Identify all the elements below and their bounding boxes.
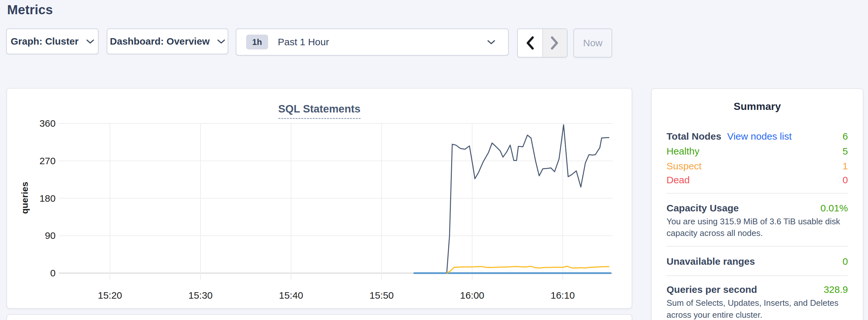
button-divider	[542, 29, 543, 57]
chevron-down-icon	[86, 39, 94, 44]
time-range-label: Past 1 Hour	[278, 36, 487, 47]
svg-text:270: 270	[39, 156, 56, 166]
divider	[666, 276, 848, 276]
capacity-usage-row: Capacity Usage 0.01%	[666, 203, 848, 214]
view-nodes-list-link[interactable]: View nodes list	[727, 131, 792, 142]
unavailable-ranges-value: 0	[842, 256, 848, 267]
suspect-label: Suspect	[666, 161, 702, 172]
suspect-value: 1	[842, 161, 848, 172]
sql-statements-chart-card: SQL Statements 09018027036015:2015:3015:…	[6, 88, 632, 309]
summary-title: Summary	[652, 100, 863, 113]
prev-time-button[interactable]	[518, 29, 542, 57]
next-time-button[interactable]	[542, 29, 567, 57]
unavailable-ranges-label: Unavailable ranges	[666, 256, 755, 267]
graph-dropdown-label: Graph: Cluster	[11, 36, 79, 47]
total-nodes-value: 6	[842, 131, 848, 142]
svg-text:15:40: 15:40	[279, 290, 303, 300]
capacity-usage-label: Capacity Usage	[666, 203, 739, 214]
dashboard-dropdown-label: Dashboard: Overview	[110, 36, 210, 47]
svg-text:360: 360	[39, 118, 56, 129]
queries-per-second-value: 328.9	[824, 284, 848, 295]
summary-panel: Summary Total Nodes View nodes list 6 He…	[651, 88, 864, 320]
healthy-value: 5	[842, 146, 848, 157]
capacity-usage-value: 0.01%	[820, 203, 848, 214]
dead-value: 0	[842, 174, 848, 186]
now-button[interactable]: Now	[574, 28, 612, 58]
svg-text:queries: queries	[20, 182, 30, 214]
queries-per-second-label: Queries per second	[666, 284, 757, 295]
next-chart-card	[6, 314, 632, 320]
dead-label: Dead	[666, 174, 690, 186]
chevron-down-icon	[487, 40, 495, 44]
graph-dropdown[interactable]: Graph: Cluster	[6, 28, 99, 54]
divider	[666, 193, 848, 194]
healthy-label: Healthy	[666, 146, 700, 157]
capacity-usage-description: You are using 315.9 MiB of 3.6 TiB usabl…	[666, 216, 850, 239]
sql-statements-chart: 09018027036015:2015:3015:4015:5016:0016:…	[7, 89, 633, 309]
time-nav-group	[517, 28, 567, 58]
unavailable-ranges-row: Unavailable ranges 0	[666, 256, 848, 267]
chevron-down-icon	[217, 39, 225, 44]
time-range-selector[interactable]: 1h Past 1 Hour	[236, 28, 509, 56]
svg-text:15:20: 15:20	[98, 290, 122, 300]
queries-per-second-row: Queries per second 328.9	[666, 284, 848, 295]
total-nodes-label: Total Nodes	[666, 131, 721, 142]
svg-text:90: 90	[45, 230, 56, 241]
dead-nodes-row: Dead 0	[666, 174, 848, 186]
healthy-nodes-row: Healthy 5	[666, 146, 848, 157]
time-range-badge: 1h	[246, 35, 268, 50]
dashboard-dropdown[interactable]: Dashboard: Overview	[107, 28, 228, 54]
svg-text:15:30: 15:30	[188, 290, 213, 300]
total-nodes-row: Total Nodes View nodes list 6	[666, 131, 848, 142]
suspect-nodes-row: Suspect 1	[666, 161, 848, 172]
svg-text:0: 0	[50, 268, 56, 278]
svg-text:16:00: 16:00	[460, 290, 484, 300]
chevron-left-icon	[526, 36, 534, 50]
svg-text:180: 180	[39, 193, 56, 204]
page-title: Metrics	[7, 3, 53, 17]
chevron-right-icon	[551, 36, 559, 50]
svg-text:15:50: 15:50	[369, 290, 394, 300]
divider	[666, 246, 848, 247]
svg-text:16:10: 16:10	[551, 290, 575, 300]
queries-per-second-description: Sum of Selects, Updates, Inserts, and De…	[666, 297, 850, 320]
